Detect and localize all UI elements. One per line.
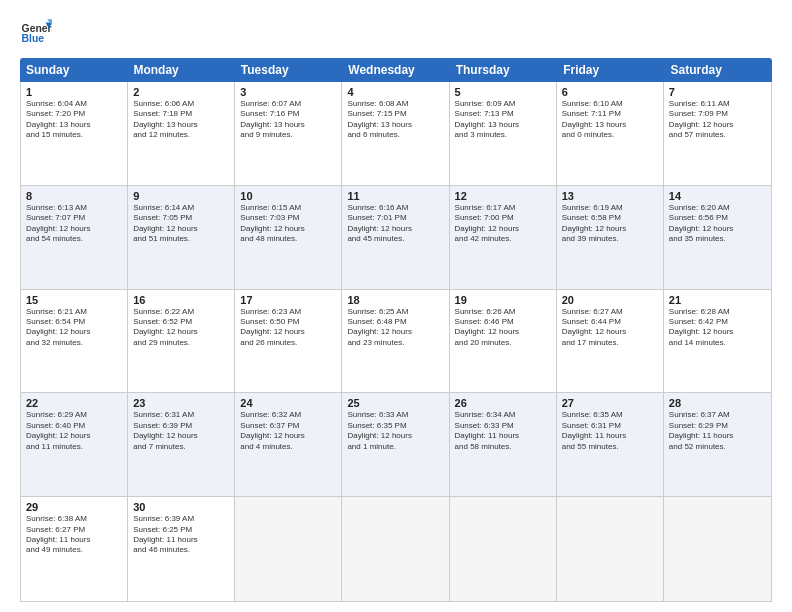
cell-info: Sunrise: 6:37 AMSunset: 6:29 PMDaylight:… xyxy=(669,410,766,452)
header-day-friday: Friday xyxy=(557,58,664,82)
day-number: 10 xyxy=(240,190,336,202)
day-cell-23: 23Sunrise: 6:31 AMSunset: 6:39 PMDayligh… xyxy=(128,393,235,496)
cell-info: Sunrise: 6:39 AMSunset: 6:25 PMDaylight:… xyxy=(133,514,229,556)
cell-info: Sunrise: 6:13 AMSunset: 7:07 PMDaylight:… xyxy=(26,203,122,245)
calendar-week-1: 1Sunrise: 6:04 AMSunset: 7:20 PMDaylight… xyxy=(21,82,771,186)
day-number: 3 xyxy=(240,86,336,98)
day-number: 18 xyxy=(347,294,443,306)
empty-cell xyxy=(557,497,664,601)
day-number: 29 xyxy=(26,501,122,513)
calendar: SundayMondayTuesdayWednesdayThursdayFrid… xyxy=(20,58,772,602)
day-cell-15: 15Sunrise: 6:21 AMSunset: 6:54 PMDayligh… xyxy=(21,290,128,393)
day-number: 22 xyxy=(26,397,122,409)
cell-info: Sunrise: 6:38 AMSunset: 6:27 PMDaylight:… xyxy=(26,514,122,556)
day-number: 28 xyxy=(669,397,766,409)
day-cell-11: 11Sunrise: 6:16 AMSunset: 7:01 PMDayligh… xyxy=(342,186,449,289)
cell-info: Sunrise: 6:11 AMSunset: 7:09 PMDaylight:… xyxy=(669,99,766,141)
day-cell-16: 16Sunrise: 6:22 AMSunset: 6:52 PMDayligh… xyxy=(128,290,235,393)
header-day-tuesday: Tuesday xyxy=(235,58,342,82)
day-number: 30 xyxy=(133,501,229,513)
cell-info: Sunrise: 6:23 AMSunset: 6:50 PMDaylight:… xyxy=(240,307,336,349)
day-cell-9: 9Sunrise: 6:14 AMSunset: 7:05 PMDaylight… xyxy=(128,186,235,289)
calendar-body: 1Sunrise: 6:04 AMSunset: 7:20 PMDaylight… xyxy=(20,82,772,602)
cell-info: Sunrise: 6:07 AMSunset: 7:16 PMDaylight:… xyxy=(240,99,336,141)
day-cell-3: 3Sunrise: 6:07 AMSunset: 7:16 PMDaylight… xyxy=(235,82,342,185)
day-cell-25: 25Sunrise: 6:33 AMSunset: 6:35 PMDayligh… xyxy=(342,393,449,496)
day-cell-1: 1Sunrise: 6:04 AMSunset: 7:20 PMDaylight… xyxy=(21,82,128,185)
day-number: 11 xyxy=(347,190,443,202)
day-cell-4: 4Sunrise: 6:08 AMSunset: 7:15 PMDaylight… xyxy=(342,82,449,185)
day-cell-8: 8Sunrise: 6:13 AMSunset: 7:07 PMDaylight… xyxy=(21,186,128,289)
day-number: 16 xyxy=(133,294,229,306)
day-number: 8 xyxy=(26,190,122,202)
day-cell-28: 28Sunrise: 6:37 AMSunset: 6:29 PMDayligh… xyxy=(664,393,771,496)
calendar-week-5: 29Sunrise: 6:38 AMSunset: 6:27 PMDayligh… xyxy=(21,497,771,601)
calendar-header: SundayMondayTuesdayWednesdayThursdayFrid… xyxy=(20,58,772,82)
day-number: 4 xyxy=(347,86,443,98)
cell-info: Sunrise: 6:33 AMSunset: 6:35 PMDaylight:… xyxy=(347,410,443,452)
empty-cell xyxy=(450,497,557,601)
cell-info: Sunrise: 6:19 AMSunset: 6:58 PMDaylight:… xyxy=(562,203,658,245)
cell-info: Sunrise: 6:28 AMSunset: 6:42 PMDaylight:… xyxy=(669,307,766,349)
header-day-saturday: Saturday xyxy=(665,58,772,82)
day-cell-13: 13Sunrise: 6:19 AMSunset: 6:58 PMDayligh… xyxy=(557,186,664,289)
logo: General Blue xyxy=(20,16,56,48)
day-cell-10: 10Sunrise: 6:15 AMSunset: 7:03 PMDayligh… xyxy=(235,186,342,289)
day-number: 15 xyxy=(26,294,122,306)
header-day-wednesday: Wednesday xyxy=(342,58,449,82)
day-cell-18: 18Sunrise: 6:25 AMSunset: 6:48 PMDayligh… xyxy=(342,290,449,393)
header-day-monday: Monday xyxy=(127,58,234,82)
day-cell-2: 2Sunrise: 6:06 AMSunset: 7:18 PMDaylight… xyxy=(128,82,235,185)
cell-info: Sunrise: 6:34 AMSunset: 6:33 PMDaylight:… xyxy=(455,410,551,452)
day-cell-14: 14Sunrise: 6:20 AMSunset: 6:56 PMDayligh… xyxy=(664,186,771,289)
empty-cell xyxy=(664,497,771,601)
cell-info: Sunrise: 6:20 AMSunset: 6:56 PMDaylight:… xyxy=(669,203,766,245)
day-cell-5: 5Sunrise: 6:09 AMSunset: 7:13 PMDaylight… xyxy=(450,82,557,185)
day-cell-26: 26Sunrise: 6:34 AMSunset: 6:33 PMDayligh… xyxy=(450,393,557,496)
day-cell-21: 21Sunrise: 6:28 AMSunset: 6:42 PMDayligh… xyxy=(664,290,771,393)
day-cell-20: 20Sunrise: 6:27 AMSunset: 6:44 PMDayligh… xyxy=(557,290,664,393)
empty-cell xyxy=(235,497,342,601)
day-cell-29: 29Sunrise: 6:38 AMSunset: 6:27 PMDayligh… xyxy=(21,497,128,601)
day-cell-17: 17Sunrise: 6:23 AMSunset: 6:50 PMDayligh… xyxy=(235,290,342,393)
cell-info: Sunrise: 6:06 AMSunset: 7:18 PMDaylight:… xyxy=(133,99,229,141)
calendar-week-2: 8Sunrise: 6:13 AMSunset: 7:07 PMDaylight… xyxy=(21,186,771,290)
day-number: 2 xyxy=(133,86,229,98)
cell-info: Sunrise: 6:31 AMSunset: 6:39 PMDaylight:… xyxy=(133,410,229,452)
calendar-week-4: 22Sunrise: 6:29 AMSunset: 6:40 PMDayligh… xyxy=(21,393,771,497)
header-day-thursday: Thursday xyxy=(450,58,557,82)
day-number: 20 xyxy=(562,294,658,306)
day-number: 7 xyxy=(669,86,766,98)
day-cell-6: 6Sunrise: 6:10 AMSunset: 7:11 PMDaylight… xyxy=(557,82,664,185)
day-number: 23 xyxy=(133,397,229,409)
logo-icon: General Blue xyxy=(20,16,52,48)
day-cell-24: 24Sunrise: 6:32 AMSunset: 6:37 PMDayligh… xyxy=(235,393,342,496)
day-number: 1 xyxy=(26,86,122,98)
cell-info: Sunrise: 6:10 AMSunset: 7:11 PMDaylight:… xyxy=(562,99,658,141)
cell-info: Sunrise: 6:22 AMSunset: 6:52 PMDaylight:… xyxy=(133,307,229,349)
day-number: 17 xyxy=(240,294,336,306)
svg-text:Blue: Blue xyxy=(22,33,45,44)
day-number: 21 xyxy=(669,294,766,306)
empty-cell xyxy=(342,497,449,601)
day-cell-19: 19Sunrise: 6:26 AMSunset: 6:46 PMDayligh… xyxy=(450,290,557,393)
cell-info: Sunrise: 6:09 AMSunset: 7:13 PMDaylight:… xyxy=(455,99,551,141)
day-number: 26 xyxy=(455,397,551,409)
cell-info: Sunrise: 6:32 AMSunset: 6:37 PMDaylight:… xyxy=(240,410,336,452)
day-number: 19 xyxy=(455,294,551,306)
day-cell-12: 12Sunrise: 6:17 AMSunset: 7:00 PMDayligh… xyxy=(450,186,557,289)
day-number: 9 xyxy=(133,190,229,202)
cell-info: Sunrise: 6:08 AMSunset: 7:15 PMDaylight:… xyxy=(347,99,443,141)
cell-info: Sunrise: 6:26 AMSunset: 6:46 PMDaylight:… xyxy=(455,307,551,349)
day-cell-30: 30Sunrise: 6:39 AMSunset: 6:25 PMDayligh… xyxy=(128,497,235,601)
day-number: 5 xyxy=(455,86,551,98)
day-cell-27: 27Sunrise: 6:35 AMSunset: 6:31 PMDayligh… xyxy=(557,393,664,496)
day-number: 25 xyxy=(347,397,443,409)
cell-info: Sunrise: 6:04 AMSunset: 7:20 PMDaylight:… xyxy=(26,99,122,141)
header-day-sunday: Sunday xyxy=(20,58,127,82)
day-cell-7: 7Sunrise: 6:11 AMSunset: 7:09 PMDaylight… xyxy=(664,82,771,185)
cell-info: Sunrise: 6:27 AMSunset: 6:44 PMDaylight:… xyxy=(562,307,658,349)
cell-info: Sunrise: 6:29 AMSunset: 6:40 PMDaylight:… xyxy=(26,410,122,452)
day-number: 13 xyxy=(562,190,658,202)
day-cell-22: 22Sunrise: 6:29 AMSunset: 6:40 PMDayligh… xyxy=(21,393,128,496)
